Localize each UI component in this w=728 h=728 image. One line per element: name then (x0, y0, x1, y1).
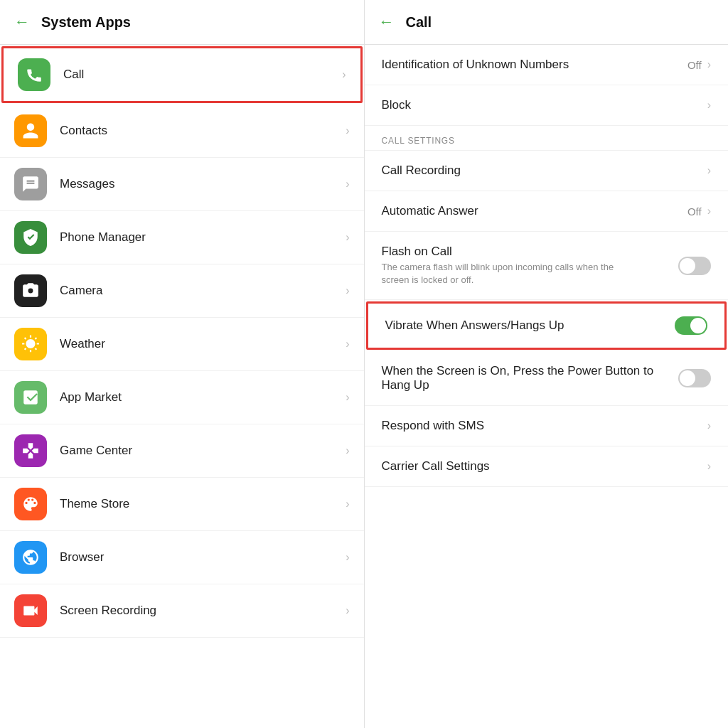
setting-value-auto-answer: Off (687, 205, 702, 218)
app-name-call: Call (63, 68, 342, 82)
chevron-call-recording: › (707, 164, 711, 177)
setting-label-vibrate: Vibrate When Answers/Hangs Up (385, 318, 675, 333)
left-panel: ← System Apps Call › Contacts › Messages… (0, 0, 365, 728)
app-item-messages[interactable]: Messages › (0, 158, 364, 211)
setting-item-flash-on-call[interactable]: Flash on Call The camera flash will blin… (365, 232, 729, 300)
setting-title-respond-sms: Respond with SMS (382, 419, 707, 433)
right-header-title: Call (406, 14, 432, 31)
toggle-power-button[interactable] (678, 369, 711, 387)
right-header: ← Call (365, 0, 729, 45)
chevron-screen-recording: › (346, 604, 349, 617)
app-name-game-center: Game Center (60, 444, 346, 458)
chevron-block: › (707, 99, 711, 112)
chevron-call: › (342, 68, 346, 81)
app-item-contacts[interactable]: Contacts › (0, 105, 364, 158)
setting-item-auto-answer[interactable]: Automatic Answer Off› (365, 191, 729, 232)
setting-title-call-recording: Call Recording (382, 164, 707, 178)
app-item-phone-manager[interactable]: Phone Manager › (0, 211, 364, 264)
setting-item-carrier-call[interactable]: Carrier Call Settings › (365, 446, 729, 487)
right-panel: ← Call Identification of Unknown Numbers… (365, 0, 729, 728)
setting-title-carrier-call: Carrier Call Settings (382, 459, 707, 473)
left-header: ← System Apps (0, 0, 364, 45)
chevron-camera: › (346, 284, 349, 297)
chevron-phone-manager: › (346, 231, 349, 244)
toggle-vibrate[interactable] (675, 316, 707, 335)
setting-item-block[interactable]: Block › (365, 85, 729, 126)
app-name-app-market: App Market (60, 390, 346, 405)
setting-item-id-unknown[interactable]: Identification of Unknown Numbers Off› (365, 45, 729, 85)
setting-label-respond-sms: Respond with SMS (382, 419, 707, 433)
app-item-call[interactable]: Call › (1, 46, 363, 103)
app-item-weather[interactable]: Weather › (0, 318, 364, 371)
setting-label-auto-answer: Automatic Answer (382, 204, 687, 218)
setting-value-id-unknown: Off (687, 59, 702, 71)
left-header-title: System Apps (41, 14, 131, 31)
chevron-contacts: › (346, 124, 349, 137)
settings-list: Identification of Unknown Numbers Off› B… (365, 45, 729, 728)
setting-label-call-recording: Call Recording (382, 164, 707, 178)
setting-label-flash-on-call: Flash on Call The camera flash will blin… (382, 245, 679, 287)
chevron-id-unknown: › (707, 58, 711, 71)
chevron-game-center: › (346, 444, 349, 457)
app-name-messages: Messages (60, 177, 346, 191)
setting-label-power-button: When the Screen is On, Press the Power B… (382, 364, 679, 392)
setting-title-id-unknown: Identification of Unknown Numbers (382, 58, 687, 72)
setting-label-carrier-call: Carrier Call Settings (382, 459, 707, 473)
right-back-button[interactable]: ← (379, 13, 395, 31)
app-name-screen-recording: Screen Recording (60, 604, 346, 618)
setting-title-power-button: When the Screen is On, Press the Power B… (382, 364, 679, 392)
app-item-screen-recording[interactable]: Screen Recording › (0, 584, 364, 638)
chevron-carrier-call: › (707, 460, 711, 473)
app-list: Call › Contacts › Messages › Phone Manag… (0, 45, 364, 728)
chevron-weather: › (346, 338, 349, 350)
setting-title-vibrate: Vibrate When Answers/Hangs Up (385, 318, 675, 333)
chevron-browser: › (346, 551, 349, 564)
setting-subtitle-flash-on-call: The camera flash will blink upon incomin… (382, 261, 623, 287)
setting-label-block: Block (382, 98, 707, 112)
app-name-weather: Weather (60, 337, 346, 351)
setting-title-flash-on-call: Flash on Call (382, 245, 679, 259)
app-item-camera[interactable]: Camera › (0, 264, 364, 318)
setting-label-id-unknown: Identification of Unknown Numbers (382, 58, 687, 72)
app-name-theme-store: Theme Store (60, 497, 346, 511)
left-back-button[interactable]: ← (14, 13, 30, 31)
chevron-theme-store: › (346, 498, 349, 510)
app-item-browser[interactable]: Browser › (0, 531, 364, 584)
app-item-app-market[interactable]: App Market › (0, 371, 364, 424)
setting-item-vibrate[interactable]: Vibrate When Answers/Hangs Up (366, 301, 727, 350)
chevron-auto-answer: › (707, 205, 711, 218)
app-name-phone-manager: Phone Manager (60, 230, 346, 245)
app-name-camera: Camera (60, 284, 346, 298)
app-name-contacts: Contacts (60, 124, 346, 138)
setting-item-respond-sms[interactable]: Respond with SMS › (365, 406, 729, 446)
setting-item-call-recording[interactable]: Call Recording › (365, 151, 729, 191)
chevron-messages: › (346, 178, 349, 191)
section-call-settings-section: CALL SETTINGS (365, 126, 729, 151)
app-item-theme-store[interactable]: Theme Store › (0, 478, 364, 531)
chevron-respond-sms: › (707, 419, 711, 432)
setting-item-power-button[interactable]: When the Screen is On, Press the Power B… (365, 351, 729, 406)
chevron-app-market: › (346, 391, 349, 404)
toggle-flash-on-call[interactable] (678, 257, 711, 275)
setting-title-block: Block (382, 98, 707, 112)
setting-title-auto-answer: Automatic Answer (382, 204, 687, 218)
app-name-browser: Browser (60, 550, 346, 564)
app-item-game-center[interactable]: Game Center › (0, 424, 364, 478)
